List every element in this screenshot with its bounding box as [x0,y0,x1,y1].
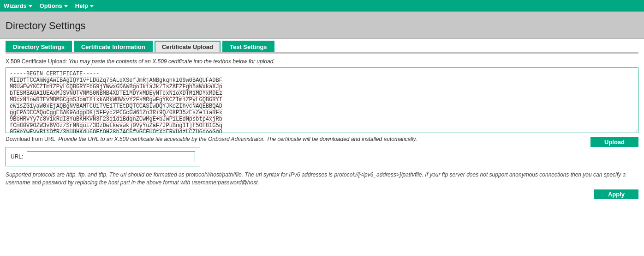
caret-down-icon [90,5,94,7]
tab-certificate-upload[interactable]: Certificate Upload [155,41,221,52]
url-input[interactable] [27,151,195,162]
tab-certificate-information[interactable]: Certificate Information [74,41,153,52]
url-protocol-footnote: Supported protocols are http, ftp, and t… [6,171,638,187]
menu-help-label: Help [75,2,88,9]
tabstrip: Directory Settings Certificate Informati… [6,41,638,54]
page-title: Directory Settings [0,12,644,39]
apply-button[interactable]: Apply [594,189,638,199]
download-url-lead: Download from URL [6,136,55,142]
apply-button-row: Apply [6,189,638,199]
certificate-textarea[interactable] [6,67,638,133]
caret-down-icon [29,5,32,7]
menu-options-label: Options [40,2,62,9]
upload-button[interactable]: Upload [590,137,638,147]
caret-down-icon [64,5,68,7]
cert-upload-desc: X.509 Certificate Upload: You may paste … [6,58,638,65]
download-url-helptext: Provide the URL to an X.509 certificate … [58,136,417,142]
menubar: Wizards Options Help [0,0,644,12]
menu-help[interactable]: Help [75,1,94,10]
cert-upload-lead: X.509 Certificate Upload: [6,58,67,65]
menu-wizards-label: Wizards [4,2,27,9]
menu-options[interactable]: Options [40,1,68,10]
download-url-desc: Download from URL Provide the URL to an … [6,136,638,142]
content-pane: Directory Settings Certificate Informati… [0,41,644,208]
url-field-label: URL: [11,153,23,160]
menu-wizards[interactable]: Wizards [4,1,32,10]
tab-directory-settings[interactable]: Directory Settings [6,41,72,52]
cert-upload-helptext: You may paste the contents of an X.509 c… [69,58,275,65]
url-form: URL: [6,147,200,166]
tab-test-settings[interactable]: Test Settings [222,41,274,52]
